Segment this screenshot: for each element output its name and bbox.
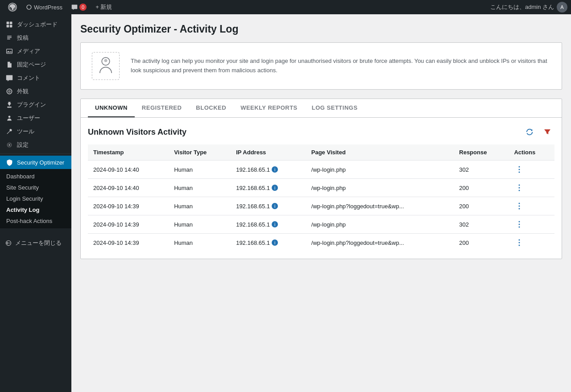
media-icon [5, 47, 13, 55]
submenu-dashboard[interactable]: Dashboard [0, 171, 71, 182]
new-label: + 新規 [95, 3, 112, 11]
site-name[interactable]: WordPress [21, 0, 67, 14]
cell-visitor-type: Human [169, 197, 231, 215]
cell-response: 302 [454, 215, 509, 234]
cell-ip[interactable]: 192.168.65.1 i [231, 215, 306, 234]
tab-registered[interactable]: REGISTERED [135, 99, 189, 117]
cell-actions[interactable] [509, 197, 554, 215]
ip-info-icon[interactable]: i [272, 185, 278, 191]
svg-point-14 [519, 172, 520, 173]
sidebar-item-appearance[interactable]: 外観 [0, 85, 71, 98]
svg-rect-9 [92, 52, 119, 79]
row-actions-btn[interactable] [514, 183, 525, 192]
table-title: Unknown Visitors Activity [88, 128, 186, 137]
svg-point-21 [519, 221, 520, 223]
cell-ip[interactable]: 192.168.65.1 i [231, 179, 306, 197]
sidebar-label-users: ユーザー [17, 114, 40, 122]
sidebar-item-settings[interactable]: 設定 [0, 138, 71, 152]
svg-point-7 [8, 116, 11, 118]
filter-btn[interactable] [540, 125, 554, 139]
user-greeting: こんにちは、admin さん A [490, 2, 567, 12]
submenu-site-security[interactable]: Site Security [0, 182, 71, 193]
table-actions [522, 125, 554, 139]
col-page-visited: Page Visited [306, 144, 454, 161]
new-content-btn[interactable]: + 新規 [91, 0, 116, 14]
table-header: Unknown Visitors Activity [88, 125, 554, 139]
sidebar-label-plugins: プラグイン [17, 101, 46, 109]
plugins-icon [5, 101, 13, 109]
cell-page: /wp-login.php [306, 179, 454, 197]
submenu-post-hack[interactable]: Post-hack Actions [0, 215, 71, 227]
sidebar-item-posts[interactable]: 投稿 [0, 31, 71, 45]
row-actions-btn[interactable] [514, 220, 525, 229]
comments-btn[interactable]: 0 [67, 0, 91, 14]
cell-actions[interactable] [509, 179, 554, 197]
cell-response: 200 [454, 197, 509, 215]
sidebar-label-tools: ツール [17, 128, 34, 136]
info-description: The activity log can help you monitor yo… [131, 57, 553, 75]
cell-actions[interactable] [509, 215, 554, 234]
svg-point-17 [519, 190, 520, 191]
table-row: 2024-09-10 14:40 Human 192.168.65.1 i /w… [88, 161, 554, 179]
table-row: 2024-09-10 14:39 Human 192.168.65.1 i /w… [88, 215, 554, 234]
submenu-activity-log[interactable]: Activity Log [0, 204, 71, 215]
submenu-login-security[interactable]: Login Security [0, 193, 71, 204]
ip-info-icon[interactable]: i [272, 203, 278, 209]
security-optimizer-icon [5, 158, 13, 166]
cell-visitor-type: Human [169, 179, 231, 197]
sidebar-item-dashboard[interactable]: ダッシュボード [0, 18, 71, 31]
svg-point-26 [519, 245, 520, 246]
cell-ip[interactable]: 192.168.65.1 i [231, 161, 306, 179]
row-actions-btn[interactable] [514, 238, 525, 247]
sidebar-item-media[interactable]: メディア [0, 45, 71, 58]
svg-point-24 [519, 239, 520, 241]
site-name-label: WordPress [34, 4, 62, 11]
sidebar-label-comments: コメント [17, 74, 40, 82]
cell-actions[interactable] [509, 234, 554, 252]
refresh-btn[interactable] [522, 125, 537, 139]
sidebar-item-tools[interactable]: ツール [0, 125, 71, 138]
ip-info-icon[interactable]: i [272, 221, 278, 227]
appearance-icon [5, 87, 13, 95]
svg-point-20 [519, 208, 520, 210]
row-actions-btn[interactable] [514, 202, 525, 210]
pages-icon [5, 61, 13, 69]
ip-value: 192.168.65.1 [236, 221, 270, 228]
sidebar-item-users[interactable]: ユーザー [0, 111, 71, 125]
sidebar-item-pages[interactable]: 固定ページ [0, 58, 71, 71]
svg-point-16 [519, 187, 520, 189]
sidebar-item-comments[interactable]: コメント [0, 71, 71, 85]
tab-unknown[interactable]: UNKNOWN [88, 99, 135, 117]
main-content: Security Optimizer - Activity Log The ac… [71, 14, 571, 392]
col-ip-address: IP Address [231, 144, 306, 161]
col-response: Response [454, 144, 509, 161]
ip-info-icon[interactable]: i [272, 166, 278, 173]
svg-point-23 [519, 227, 520, 228]
tabs-container: UNKNOWN REGISTERED BLOCKED WEEKLY REPORT… [80, 99, 562, 259]
sidebar: ダッシュボード 投稿 メディア 固定ページ コメ [0, 14, 71, 392]
svg-rect-6 [7, 107, 12, 107]
sidebar-item-plugins[interactable]: プラグイン [0, 98, 71, 111]
info-card-icon [90, 50, 122, 82]
cell-ip[interactable]: 192.168.65.1 i [231, 234, 306, 252]
cell-timestamp: 2024-09-10 14:40 [88, 179, 169, 197]
settings-icon [5, 141, 13, 149]
cell-ip[interactable]: 192.168.65.1 i [231, 197, 306, 215]
tab-blocked[interactable]: BLOCKED [189, 99, 233, 117]
table-row: 2024-09-10 14:39 Human 192.168.65.1 i /w… [88, 234, 554, 252]
wp-logo[interactable] [4, 0, 21, 14]
tab-weekly-reports[interactable]: WEEKLY REPORTS [233, 99, 305, 117]
users-icon [5, 114, 13, 122]
tab-log-settings[interactable]: LOG SETTINGS [305, 99, 365, 117]
close-menu-btn[interactable]: メニューを閉じる [0, 235, 71, 251]
cell-visitor-type: Human [169, 161, 231, 179]
admin-bar: WordPress 0 + 新規 こんにちは、admin さん A [0, 0, 571, 14]
cell-response: 302 [454, 161, 509, 179]
cell-actions[interactable] [509, 161, 554, 179]
ip-info-icon[interactable]: i [272, 239, 278, 246]
ip-value: 192.168.65.1 [236, 239, 270, 246]
row-actions-btn[interactable] [514, 165, 525, 174]
sidebar-label-posts: 投稿 [17, 34, 29, 42]
posts-icon [5, 34, 13, 42]
sidebar-item-security-optimizer[interactable]: Security Optimizer [0, 156, 71, 169]
